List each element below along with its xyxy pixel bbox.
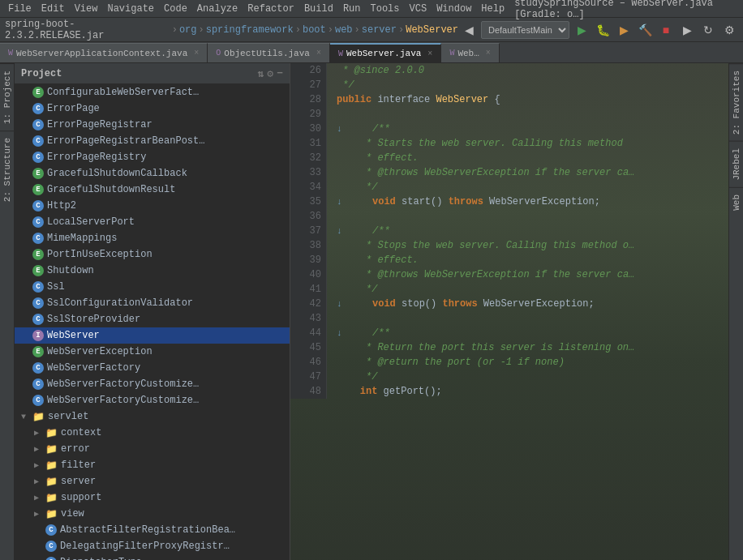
tree-item[interactable]: CErrorPage [15, 100, 290, 117]
tree-item[interactable]: CWebServerFactoryCustomize… [15, 376, 290, 392]
line-number: 26 [295, 63, 321, 78]
menu-analyze[interactable]: Analyze [192, 3, 243, 15]
tree-item[interactable]: ▶📁filter [15, 457, 290, 473]
tree-item[interactable]: CSslStoreProvider [15, 311, 290, 327]
tree-item[interactable]: CDelegatingFilterProxyRegistr… [15, 538, 290, 554]
tree-item[interactable]: ▶📁error [15, 441, 290, 457]
forward-button[interactable]: ▶ [678, 21, 696, 39]
run-controls: ◀ DefaultTestMain ▶ 🐛 ▶ 🔨 ■ ▶ ↻ ⚙ [460, 21, 738, 39]
line-number: 48 [295, 384, 321, 399]
tree-item[interactable]: CHttp2 [15, 198, 290, 214]
right-panel-tabs: 2: Favorites JRebel Web [728, 63, 743, 560]
run-button[interactable]: ▶ [573, 21, 591, 39]
tab-webserver[interactable]: W WebServer.java × [330, 43, 441, 62]
line-number: 34 [295, 180, 321, 195]
tree-item[interactable]: ▶📁view [15, 506, 290, 522]
code-lines: * @since 2.0.0 */public interface WebSer… [327, 63, 728, 399]
menu-vcs[interactable]: VCS [405, 3, 432, 15]
tree-item[interactable]: CAbstractFilterRegistrationBea… [15, 522, 290, 538]
file-type-icon: C [32, 135, 44, 147]
code-editor[interactable]: 2627282930313233343536373839404142434445… [290, 63, 728, 560]
tree-item[interactable]: CWebServerFactoryCustomize… [15, 392, 290, 408]
tree-item[interactable]: IWebServer [15, 327, 290, 344]
editor-area[interactable]: 2627282930313233343536373839404142434445… [290, 63, 728, 560]
file-type-icon: E [32, 265, 44, 276]
back-button[interactable]: ◀ [460, 21, 478, 39]
refresh-button[interactable]: ↻ [699, 21, 717, 39]
code-line: * @throws WebServerException if the serv… [337, 165, 728, 180]
coverage-button[interactable]: ▶ [615, 21, 633, 39]
breadcrumb-springframework[interactable]: springframework [206, 24, 294, 36]
line-number: 47 [295, 370, 321, 384]
tree-item[interactable]: ▶📁context [15, 425, 290, 441]
panel-toggle-icon[interactable]: ⇅ [258, 67, 264, 80]
breadcrumb-org[interactable]: org [179, 24, 197, 36]
file-type-icon: C [32, 378, 44, 390]
breadcrumb-webserver[interactable]: WebServer [406, 24, 458, 36]
tree-item[interactable]: ▶📁support [15, 489, 290, 506]
tree-item[interactable]: CWebServerFactory [15, 360, 290, 376]
stop-button[interactable]: ■ [657, 21, 675, 39]
menu-file[interactable]: File [3, 3, 37, 15]
file-type-icon: C [32, 103, 44, 114]
menu-view[interactable]: View [70, 3, 103, 15]
tab-webserverapplicationcontext[interactable]: W WebServerApplicationContext.java × [0, 43, 208, 62]
menu-navigate[interactable]: Navigate [102, 3, 159, 15]
tab-web-extra[interactable]: W Web… × [441, 43, 499, 62]
breadcrumb-boot[interactable]: boot [303, 24, 326, 36]
menu-window[interactable]: Window [432, 3, 476, 15]
tree-item[interactable]: EGracefulShutdownCallback [15, 165, 290, 182]
line-number: 39 [295, 253, 321, 267]
tree-item[interactable]: EShutdown [15, 263, 290, 279]
code-line: */ [337, 180, 728, 195]
tree-item[interactable]: CDispatcherType [15, 554, 290, 560]
menu-build[interactable]: Build [299, 3, 338, 15]
tree-arrow-icon: ▶ [34, 428, 42, 438]
menu-tools[interactable]: Tools [366, 3, 405, 15]
gutter-marker-icon: ↓ [337, 326, 347, 340]
side-tab-favorites[interactable]: 2: Favorites [729, 63, 743, 141]
tab-icon-3: W [338, 49, 343, 58]
menu-help[interactable]: Help [476, 3, 509, 15]
settings-button[interactable]: ⚙ [720, 21, 738, 39]
menu-edit[interactable]: Edit [37, 3, 70, 15]
tree-item[interactable]: CErrorPageRegistry [15, 149, 290, 165]
tree-item[interactable]: EPortInUseException [15, 246, 290, 263]
tab-close-4[interactable]: × [486, 49, 491, 58]
tree-item[interactable]: CErrorPageRegistrar [15, 117, 290, 133]
tree-item[interactable]: CErrorPageRegistrarBeanPost… [15, 133, 290, 149]
menu-refactor[interactable]: Refactor [243, 3, 299, 15]
code-line: * @throws WebServerException if the serv… [337, 267, 728, 282]
menu-bar: File Edit View Navigate Code Analyze Ref… [0, 0, 743, 18]
gutter-marker-icon: ↓ [337, 297, 347, 311]
breadcrumb-web[interactable]: web [335, 24, 353, 36]
file-type-icon: C [45, 524, 57, 536]
tab-objectutils[interactable]: O ObjectUtils.java × [208, 43, 330, 62]
tree-item-label: GracefulShutdownResult [47, 184, 175, 195]
debug-button[interactable]: 🐛 [594, 21, 612, 39]
tree-item[interactable]: CMimeMappings [15, 230, 290, 246]
tab-close-3[interactable]: × [427, 49, 432, 58]
run-config-select[interactable]: DefaultTestMain [481, 21, 569, 39]
tab-close-2[interactable]: × [316, 49, 321, 58]
tree-item[interactable]: EWebServerException [15, 344, 290, 360]
tab-close-1[interactable]: × [194, 49, 199, 58]
tree-item[interactable]: EGracefulShutdownResult [15, 182, 290, 198]
menu-run[interactable]: Run [338, 3, 366, 15]
tree-item[interactable]: CLocalServerPort [15, 214, 290, 230]
tree-item[interactable]: CSsl [15, 279, 290, 295]
tree-item[interactable]: ▼📁servlet [15, 408, 290, 425]
breadcrumb-server[interactable]: server [362, 24, 397, 36]
panel-close-icon[interactable]: − [277, 67, 283, 80]
tree-item[interactable]: ▶📁server [15, 473, 290, 489]
menu-code[interactable]: Code [159, 3, 192, 15]
side-tab-project[interactable]: 1: Project [0, 63, 14, 130]
build-button[interactable]: 🔨 [636, 21, 654, 39]
side-tab-structure[interactable]: 2: Structure [0, 130, 14, 208]
panel-title: Project [21, 68, 62, 79]
tree-item[interactable]: EConfigurableWebServerFact… [15, 84, 290, 100]
side-tab-web[interactable]: Web [729, 187, 743, 217]
tree-item[interactable]: CSslConfigurationValidator [15, 295, 290, 311]
side-tab-jrebel[interactable]: JRebel [729, 141, 743, 187]
panel-gear-icon[interactable]: ⚙ [267, 67, 273, 80]
